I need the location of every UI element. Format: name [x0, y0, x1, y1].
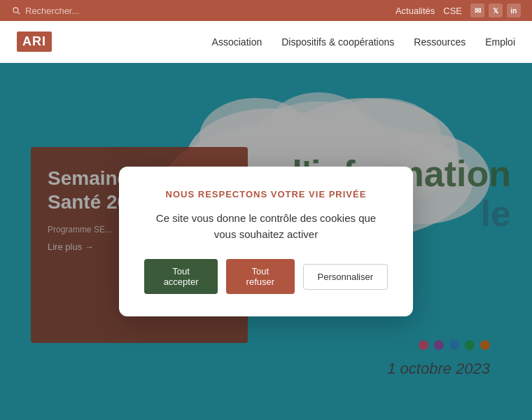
- cookie-modal: NOUS RESPECTONS VOTRE VIE PRIVÉE Ce site…: [119, 167, 413, 316]
- linkedin-icon[interactable]: in: [507, 4, 521, 18]
- top-bar-right: Actualités CSE ✉ 𝕏 in: [396, 4, 521, 18]
- logo-box: ARI: [17, 31, 52, 52]
- personalize-button[interactable]: Personnaliser: [303, 264, 388, 290]
- refuse-button[interactable]: Tout refuser: [226, 259, 294, 294]
- modal-buttons: Tout accepter Tout refuser Personnaliser: [144, 259, 388, 294]
- hero-section: Semaine d'info Santé 2023 Programme SE..…: [0, 63, 532, 420]
- nav-link-emploi[interactable]: Emploi: [485, 36, 515, 48]
- modal-body: Ce site vous donne le contrôle des cooki…: [144, 211, 388, 242]
- modal-overlay: NOUS RESPECTONS VOTRE VIE PRIVÉE Ce site…: [0, 63, 532, 420]
- nav-link-ressources[interactable]: Ressources: [414, 36, 465, 48]
- twitter-icon[interactable]: 𝕏: [489, 4, 503, 18]
- cse-link[interactable]: CSE: [443, 6, 462, 16]
- nav-link-dispositifs[interactable]: Dispositifs & coopérations: [281, 36, 394, 48]
- top-bar: Rechercher... Actualités CSE ✉ 𝕏 in: [0, 0, 532, 21]
- nav-links: Association Dispositifs & coopérations R…: [212, 36, 515, 48]
- accept-button[interactable]: Tout accepter: [144, 259, 218, 294]
- nav-link-association[interactable]: Association: [212, 36, 262, 48]
- modal-title: NOUS RESPECTONS VOTRE VIE PRIVÉE: [144, 189, 388, 200]
- social-icons: ✉ 𝕏 in: [470, 4, 521, 18]
- search-icon: [11, 6, 21, 15]
- actualites-link[interactable]: Actualités: [396, 6, 435, 16]
- email-icon[interactable]: ✉: [470, 4, 484, 18]
- logo[interactable]: ARI: [17, 31, 52, 52]
- search-area[interactable]: Rechercher...: [11, 6, 79, 16]
- nav-bar: ARI Association Dispositifs & coopératio…: [0, 21, 532, 63]
- search-placeholder: Rechercher...: [25, 6, 79, 16]
